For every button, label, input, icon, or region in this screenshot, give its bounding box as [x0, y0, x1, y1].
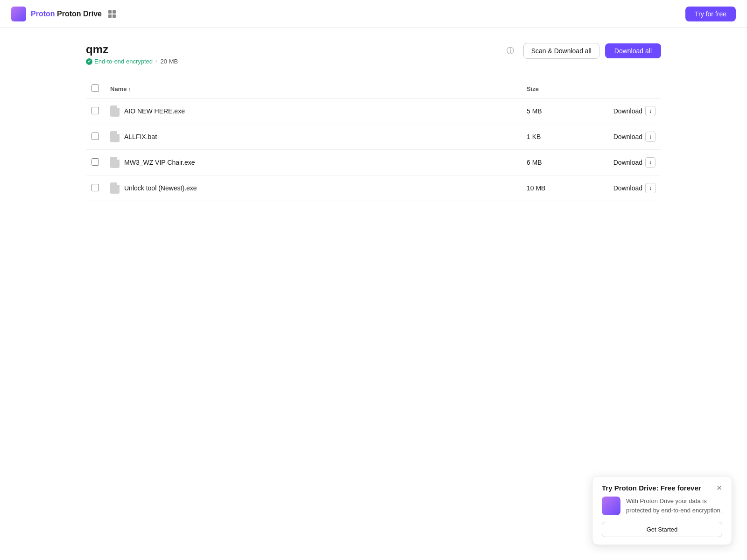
table-row: ALLFIX.bat 1 KB Download ↓ — [86, 124, 661, 150]
folder-actions: ⓘ Scan & Download all Download all — [503, 43, 661, 59]
download-label: Download — [613, 184, 642, 192]
name-col-label: Name — [110, 85, 127, 92]
download-label: Download — [613, 107, 642, 115]
info-icon: ⓘ — [507, 46, 514, 56]
file-icon — [110, 182, 120, 194]
info-button[interactable]: ⓘ — [503, 43, 518, 58]
row-name-cell: Unlock tool (Newest).exe — [105, 175, 521, 201]
row-checkbox-col — [86, 98, 105, 124]
folder-meta: ✔ End-to-end encrypted • 20 MB — [86, 58, 178, 65]
file-name: AIO NEW HERE.exe — [124, 107, 185, 115]
row-size-cell: 5 MB — [521, 98, 577, 124]
file-list: AIO NEW HERE.exe 5 MB Download ↓ ALLFIX.… — [86, 98, 661, 201]
app-header: Proton Proton Drive Try for free — [0, 0, 747, 28]
file-name: Unlock tool (Newest).exe — [124, 184, 197, 192]
row-checkbox-3[interactable] — [92, 184, 99, 191]
row-checkbox-col — [86, 150, 105, 175]
row-size-cell: 10 MB — [521, 175, 577, 201]
main-content: qmz ✔ End-to-end encrypted • 20 MB ⓘ Sca… — [75, 28, 672, 216]
select-all-checkbox[interactable] — [92, 84, 99, 92]
file-icon — [110, 131, 120, 142]
app-title: Proton Proton Drive — [31, 10, 102, 18]
table-header: Name ↑ Size — [86, 80, 661, 98]
download-arrow-icon: ↓ — [645, 157, 655, 168]
file-table: Name ↑ Size AIO NEW HERE.exe 5 MB — [86, 80, 661, 201]
logo-area: Proton Proton Drive — [11, 7, 116, 21]
try-free-button[interactable]: Try for free — [685, 7, 736, 21]
lock-icon: ✔ — [86, 58, 92, 65]
size-column-header: Size — [521, 80, 577, 98]
apps-grid-icon[interactable] — [108, 10, 116, 18]
folder-title: qmz — [86, 43, 178, 56]
row-action-cell: Download ↓ — [577, 150, 661, 175]
name-column-header[interactable]: Name ↑ — [105, 80, 521, 98]
dot-separator: • — [155, 58, 158, 65]
download-label: Download — [613, 133, 642, 140]
download-all-button[interactable]: Download all — [605, 43, 661, 58]
table-row: AIO NEW HERE.exe 5 MB Download ↓ — [86, 98, 661, 124]
file-icon — [110, 105, 120, 117]
scan-download-button[interactable]: Scan & Download all — [523, 43, 599, 59]
row-checkbox-1[interactable] — [92, 133, 99, 140]
table-row: MW3_WZ VIP Chair.exe 6 MB Download ↓ — [86, 150, 661, 175]
encrypted-badge: ✔ End-to-end encrypted — [86, 58, 153, 65]
download-arrow-icon: ↓ — [645, 106, 655, 116]
file-icon — [110, 157, 120, 168]
table-row: Unlock tool (Newest).exe 10 MB Download … — [86, 175, 661, 201]
download-button-3[interactable]: Download ↓ — [613, 181, 655, 195]
download-arrow-icon: ↓ — [645, 132, 655, 142]
file-name: ALLFIX.bat — [124, 133, 157, 140]
row-name-cell: AIO NEW HERE.exe — [105, 98, 521, 124]
folder-info: qmz ✔ End-to-end encrypted • 20 MB — [86, 43, 178, 65]
row-name-cell: ALLFIX.bat — [105, 124, 521, 150]
proton-logo-icon — [11, 7, 26, 21]
row-action-cell: Download ↓ — [577, 175, 661, 201]
row-action-cell: Download ↓ — [577, 124, 661, 150]
sort-arrow-icon: ↑ — [128, 86, 131, 92]
row-checkbox-2[interactable] — [92, 158, 99, 166]
row-checkbox-0[interactable] — [92, 107, 99, 114]
row-action-cell: Download ↓ — [577, 98, 661, 124]
row-checkbox-col — [86, 124, 105, 150]
action-column-header — [577, 80, 661, 98]
download-button-0[interactable]: Download ↓ — [613, 104, 655, 118]
row-name-cell: MW3_WZ VIP Chair.exe — [105, 150, 521, 175]
download-button-2[interactable]: Download ↓ — [613, 155, 655, 169]
row-size-cell: 1 KB — [521, 124, 577, 150]
row-checkbox-col — [86, 175, 105, 201]
download-button-1[interactable]: Download ↓ — [613, 130, 655, 144]
folder-header: qmz ✔ End-to-end encrypted • 20 MB ⓘ Sca… — [86, 43, 661, 65]
download-label: Download — [613, 159, 642, 166]
folder-size: 20 MB — [161, 58, 178, 65]
download-arrow-icon: ↓ — [645, 183, 655, 193]
file-name: MW3_WZ VIP Chair.exe — [124, 159, 195, 166]
row-size-cell: 6 MB — [521, 150, 577, 175]
select-all-col — [86, 80, 105, 98]
